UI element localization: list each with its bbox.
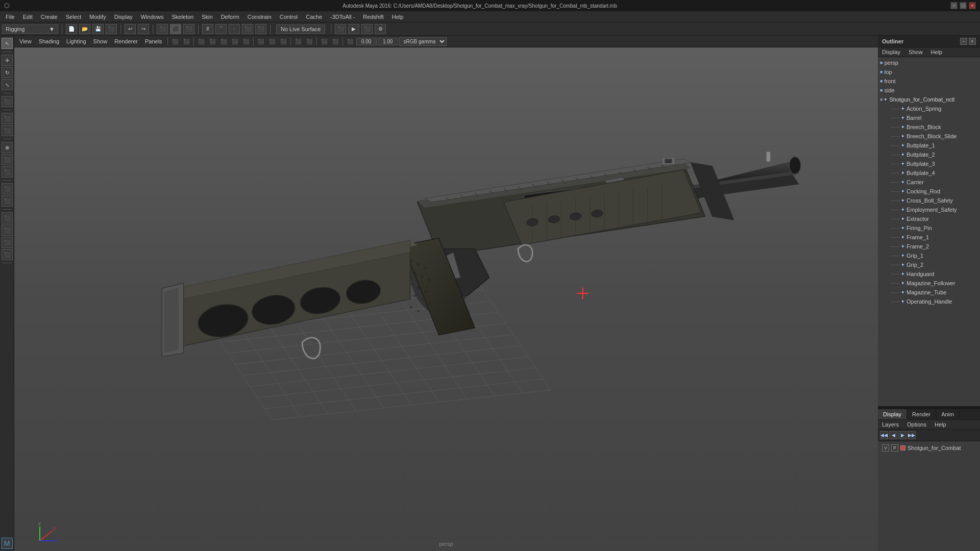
render-settings-button[interactable]: ⚙ — [375, 24, 386, 34]
view-menu[interactable]: View — [16, 37, 35, 45]
outliner-item-grip-1[interactable]: ✦ Grip_1 — [878, 251, 980, 260]
xray-button[interactable]: ⬛ — [293, 37, 303, 46]
custom2-button[interactable]: ⬛ — [2, 166, 13, 178]
snap-to-point-button[interactable]: · — [229, 24, 240, 34]
paint-weights-button[interactable]: ⬛ — [2, 195, 13, 207]
last-tool-button[interactable]: ⬛ — [2, 96, 13, 107]
options-menu[interactable]: Options — [903, 420, 930, 429]
undo-button[interactable]: ↩ — [125, 24, 136, 34]
outliner-minimize-button[interactable]: − — [960, 38, 967, 45]
next-frame-button[interactable]: ▶ — [898, 431, 906, 439]
outliner-item-grip-2[interactable]: ✦ Grip_2 — [878, 260, 980, 269]
outliner-content[interactable]: ■ persp ■ top ■ front ■ side ■ — [878, 57, 980, 406]
menu-skeleton[interactable]: Skeleton — [168, 13, 197, 21]
menu-file[interactable]: File — [2, 13, 18, 21]
maximize-button[interactable]: □ — [960, 2, 967, 9]
outliner-item-side[interactable]: ■ side — [878, 86, 980, 95]
bounding-box-button[interactable]: ⬛ — [230, 37, 240, 46]
outliner-item-top[interactable]: ■ top — [878, 67, 980, 77]
viewport[interactable]: View Shading Lighting Show Renderer Pane… — [14, 36, 878, 551]
misc4-button[interactable]: ⬛ — [2, 249, 13, 260]
ipr-render-button[interactable]: ⬛ — [361, 24, 373, 34]
smooth-shade-button[interactable]: ⬛ — [207, 37, 217, 46]
rotate-tool-button[interactable]: ↻ — [2, 67, 13, 78]
render-globals-button[interactable]: ⬛ — [335, 24, 346, 34]
gamma-select[interactable]: sRGB gamma — [399, 37, 447, 46]
outliner-item-frame-1[interactable]: ✦ Frame_1 — [878, 233, 980, 242]
open-scene-button[interactable]: 📂 — [79, 24, 90, 34]
panels-menu[interactable]: Panels — [142, 37, 165, 45]
outliner-show-menu[interactable]: Show — [904, 47, 927, 57]
outliner-item-buttplate-1[interactable]: ✦ Buttplate_1 — [878, 141, 980, 150]
outliner-item-extractor[interactable]: ✦ Extractor — [878, 214, 980, 223]
viewport-3d[interactable]: persp X Y Z — [14, 47, 878, 551]
custom1-button[interactable]: ⬛ — [2, 154, 13, 165]
close-button[interactable]: × — [969, 2, 976, 9]
renderer-menu[interactable]: Renderer — [111, 37, 141, 45]
menu-redshift[interactable]: Redshift — [359, 13, 387, 21]
prev-keyframe-button[interactable]: ◀◀ — [880, 431, 888, 439]
misc3-button[interactable]: ⬛ — [2, 237, 13, 248]
layer-playback-button[interactable]: P — [891, 444, 898, 452]
lighting-menu[interactable]: Lighting — [63, 37, 89, 45]
save-scene-as-button[interactable]: ⬛ — [106, 24, 117, 34]
outliner-item-cocking-rod[interactable]: ✦ Cocking_Rod — [878, 187, 980, 196]
outliner-item-breech-block[interactable]: ✦ Breech_Block — [878, 122, 980, 132]
menu-modify[interactable]: Modify — [86, 13, 109, 21]
redo-button[interactable]: ↪ — [138, 24, 149, 34]
outliner-item-magazine-tube[interactable]: ✦ Magazine_Tube — [878, 288, 980, 297]
show-menu[interactable]: Show — [90, 37, 111, 45]
snap-to-surface-button[interactable]: ⬛ — [242, 24, 253, 34]
gate-button[interactable]: ⬛ — [319, 37, 329, 46]
outliner-item-firing-pin[interactable]: ✦ Firing_Pin — [878, 223, 980, 233]
outliner-item-front[interactable]: ■ front — [878, 77, 980, 86]
texture-mode-button[interactable]: ⬛ — [256, 37, 266, 46]
resolution-gate-button[interactable]: ⬛ — [330, 37, 340, 46]
select-tool-button[interactable]: ↖ — [2, 38, 13, 49]
render-current-button[interactable]: ▶ — [348, 24, 359, 34]
menu-create[interactable]: Create — [37, 13, 61, 21]
layer-visibility-button[interactable]: V — [882, 444, 889, 452]
menu-windows[interactable]: Windows — [137, 13, 167, 21]
select-by-component-button[interactable]: ⬛ — [170, 24, 181, 34]
gamma-input[interactable] — [378, 38, 398, 45]
outliner-item-operating-handle[interactable]: ✦ Operating_Handle — [878, 297, 980, 306]
exposure-input[interactable] — [356, 38, 377, 45]
outliner-item-buttplate-2[interactable]: ✦ Buttplate_2 — [878, 150, 980, 159]
wireframe-button[interactable]: ⬛ — [196, 37, 206, 46]
help-menu[interactable]: Help — [930, 420, 950, 429]
maya-logo-button[interactable]: M — [2, 538, 13, 549]
select-by-hierarchy-button[interactable]: ⬛ — [157, 24, 168, 34]
shading-menu[interactable]: Shading — [36, 37, 62, 45]
use-all-lights-button[interactable]: ⬛ — [267, 37, 277, 46]
scale-tool-button[interactable]: ⤡ — [2, 79, 13, 90]
outliner-root-item[interactable]: ■ ✦ Shotgun_for_Combat_nctl — [878, 95, 980, 104]
menu-constrain[interactable]: Constrain — [244, 13, 275, 21]
outliner-item-buttplate-4[interactable]: ✦ Buttplate_4 — [878, 168, 980, 178]
new-scene-button[interactable]: 📄 — [66, 24, 77, 34]
menu-3dtoall[interactable]: -3DToAll - — [327, 13, 358, 21]
snap-to-grid-button[interactable]: # — [202, 24, 213, 34]
outliner-item-handguard[interactable]: ✦ Handguard — [878, 269, 980, 279]
outliner-display-menu[interactable]: Display — [878, 47, 904, 57]
layer-color-swatch[interactable] — [900, 445, 905, 450]
menu-cache[interactable]: Cache — [302, 13, 326, 21]
prev-frame-button[interactable]: ◀ — [889, 431, 897, 439]
outliner-item-barrel[interactable]: ✦ Barrel — [878, 113, 980, 122]
misc2-button[interactable]: ⬛ — [2, 224, 13, 236]
outliner-item-cross-bolt-safety[interactable]: ✦ Cross_Bolt_Safety — [878, 196, 980, 205]
layer-content[interactable]: V P Shotgun_for_Combat — [878, 441, 980, 551]
save-scene-button[interactable]: 💾 — [92, 24, 104, 34]
outliner-item-breech-block-slide[interactable]: ✦ Breech_Block_Slide — [878, 132, 980, 141]
menu-control[interactable]: Control — [276, 13, 301, 21]
display-tab[interactable]: Display — [878, 409, 907, 419]
points-button[interactable]: ⬛ — [241, 37, 251, 46]
live-surface-button[interactable]: No Live Surface — [276, 24, 325, 34]
outliner-item-magazine-follower[interactable]: ✦ Magazine_Follower — [878, 279, 980, 288]
outliner-item-action-spring[interactable]: ✦ Action_Spring — [878, 104, 980, 113]
outliner-help-menu[interactable]: Help — [927, 47, 947, 57]
outliner-item-carrier[interactable]: ✦ Carrier — [878, 178, 980, 187]
minimize-button[interactable]: − — [950, 2, 958, 9]
menu-skin[interactable]: Skin — [198, 13, 216, 21]
camera-settings-button[interactable]: ⬛ — [181, 37, 191, 46]
